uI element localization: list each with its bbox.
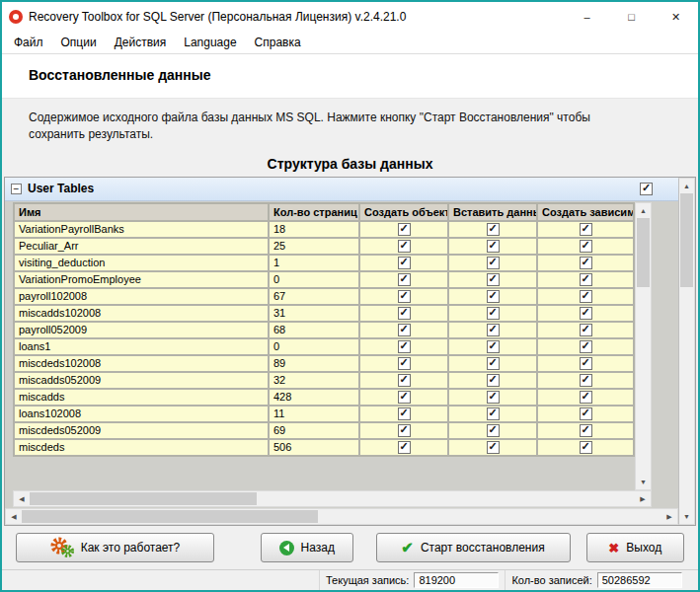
panel-vertical-scrollbar[interactable]: ▲ ▼ — [678, 178, 695, 525]
column-header-create-object[interactable]: Создать объект — [360, 204, 447, 220]
cell-table-name[interactable]: visiting_deduction — [15, 256, 268, 270]
cell-table-name[interactable]: miscdeds052009 — [15, 423, 268, 438]
cell-table-name[interactable]: loans1 — [15, 339, 268, 354]
panel-horizontal-scrollbar[interactable]: ◀ ▶ — [5, 508, 678, 525]
cell-table-name[interactable]: miscadds052009 — [15, 373, 268, 388]
create-dependent-checkbox[interactable] — [580, 290, 592, 303]
create-object-checkbox[interactable] — [398, 324, 411, 336]
create-dependent-checkbox[interactable] — [580, 424, 592, 437]
create-object-checkbox[interactable] — [398, 223, 411, 236]
create-object-checkbox[interactable] — [398, 424, 411, 437]
insert-data-checkbox[interactable] — [487, 240, 500, 253]
cell-table-name[interactable]: miscdeds102008 — [15, 356, 268, 371]
column-header-create-dependent[interactable]: Создать зависимые — [538, 204, 633, 220]
grid-hscroll-track[interactable] — [257, 491, 635, 506]
close-button[interactable]: ✕ — [654, 2, 698, 32]
create-object-checkbox[interactable] — [398, 391, 411, 404]
create-object-checkbox[interactable] — [398, 240, 411, 253]
scroll-left-icon[interactable]: ◀ — [14, 491, 30, 506]
column-header-insert-data[interactable]: Вставить даннь — [449, 204, 536, 220]
grid-horizontal-scrollbar[interactable]: ◀ ▶ — [13, 490, 652, 507]
create-dependent-checkbox[interactable] — [580, 340, 592, 353]
cell-table-name[interactable]: Peculiar_Arr — [15, 239, 268, 254]
scroll-right-icon[interactable]: ▶ — [635, 491, 651, 506]
scroll-up-icon[interactable]: ▲ — [679, 179, 694, 193]
cell-insert-data — [449, 256, 536, 270]
create-object-checkbox[interactable] — [398, 273, 411, 286]
insert-data-checkbox[interactable] — [487, 223, 500, 236]
create-object-checkbox[interactable] — [398, 407, 411, 420]
create-object-checkbox[interactable] — [398, 374, 411, 387]
menu-help[interactable]: Справка — [246, 36, 310, 49]
create-dependent-checkbox[interactable] — [580, 407, 592, 420]
create-object-checkbox[interactable] — [398, 257, 411, 269]
create-dependent-checkbox[interactable] — [580, 324, 592, 336]
menu-options[interactable]: Опции — [52, 36, 106, 49]
create-dependent-checkbox[interactable] — [580, 223, 592, 236]
insert-data-checkbox[interactable] — [487, 290, 500, 303]
scroll-right-icon[interactable]: ▶ — [661, 509, 677, 524]
cell-table-name[interactable]: payroll052009 — [15, 323, 268, 337]
maximize-button[interactable]: □ — [609, 2, 654, 32]
create-dependent-checkbox[interactable] — [580, 391, 592, 404]
create-dependent-checkbox[interactable] — [580, 273, 592, 286]
insert-data-checkbox[interactable] — [487, 324, 500, 336]
menu-file[interactable]: Файл — [5, 36, 52, 49]
panel-hscroll-track[interactable] — [318, 509, 661, 524]
scroll-down-icon[interactable]: ▼ — [636, 475, 651, 489]
cell-table-name[interactable]: miscadds — [15, 390, 268, 405]
create-dependent-checkbox[interactable] — [580, 307, 592, 320]
cell-table-name[interactable]: miscadds102008 — [15, 306, 268, 321]
back-button[interactable]: Назад — [261, 533, 353, 562]
exit-label: Выход — [626, 541, 661, 555]
grid-vscroll-thumb[interactable] — [637, 218, 650, 287]
create-object-checkbox[interactable] — [398, 441, 411, 454]
scroll-left-icon[interactable]: ◀ — [6, 509, 22, 524]
exit-button[interactable]: ✖ Выход — [586, 533, 685, 562]
column-header-name[interactable]: Имя — [15, 204, 268, 220]
insert-data-checkbox[interactable] — [487, 407, 500, 420]
cell-table-name[interactable]: loans102008 — [15, 407, 268, 421]
create-dependent-checkbox[interactable] — [580, 441, 592, 454]
panel-hscroll-thumb[interactable] — [22, 510, 318, 523]
user-tables-header[interactable]: − User Tables — [5, 178, 678, 201]
panel-vscroll-track[interactable] — [679, 287, 694, 509]
how-it-works-button[interactable]: Как это работает? — [16, 533, 214, 562]
grid-zone: Имя Кол-во страниц Создать объект Встави… — [5, 201, 678, 508]
column-header-pages[interactable]: Кол-во страниц — [270, 204, 358, 220]
insert-data-checkbox[interactable] — [487, 374, 500, 387]
menu-actions[interactable]: Действия — [106, 36, 176, 49]
create-dependent-checkbox[interactable] — [580, 374, 592, 387]
menu-language[interactable]: Language — [175, 36, 245, 49]
create-object-checkbox[interactable] — [398, 340, 411, 353]
start-recovery-button[interactable]: ✔ Старт восстановления — [376, 533, 571, 562]
create-dependent-checkbox[interactable] — [580, 257, 592, 269]
insert-data-checkbox[interactable] — [487, 357, 500, 370]
insert-data-checkbox[interactable] — [487, 273, 500, 286]
insert-data-checkbox[interactable] — [487, 307, 500, 320]
user-tables-checkbox[interactable] — [640, 183, 653, 195]
insert-data-checkbox[interactable] — [487, 257, 500, 269]
insert-data-checkbox[interactable] — [487, 441, 500, 454]
insert-data-checkbox[interactable] — [487, 391, 500, 404]
collapse-icon[interactable]: − — [11, 184, 22, 194]
grid-vertical-scrollbar[interactable]: ▲ ▼ — [635, 202, 652, 490]
insert-data-checkbox[interactable] — [487, 340, 500, 353]
grid-hscroll-thumb[interactable] — [30, 492, 257, 505]
cell-table-name[interactable]: payroll102008 — [15, 289, 268, 304]
grid-vscroll-track[interactable] — [636, 287, 651, 475]
scroll-up-icon[interactable]: ▲ — [636, 203, 651, 218]
create-dependent-checkbox[interactable] — [580, 240, 592, 253]
create-object-checkbox[interactable] — [398, 357, 411, 370]
cell-table-name[interactable]: VariationPayrollBanks — [15, 222, 268, 237]
minimize-button[interactable]: – — [565, 2, 609, 32]
create-dependent-checkbox[interactable] — [580, 357, 592, 370]
scroll-down-icon[interactable]: ▼ — [679, 509, 694, 524]
create-object-checkbox[interactable] — [398, 307, 411, 320]
insert-data-checkbox[interactable] — [487, 424, 500, 437]
panel-vscroll-thumb[interactable] — [680, 193, 693, 287]
cell-table-name[interactable]: miscdeds — [15, 440, 268, 455]
cell-insert-data — [449, 272, 536, 287]
create-object-checkbox[interactable] — [398, 290, 411, 303]
cell-table-name[interactable]: VariationPromoEmployee — [15, 272, 268, 287]
